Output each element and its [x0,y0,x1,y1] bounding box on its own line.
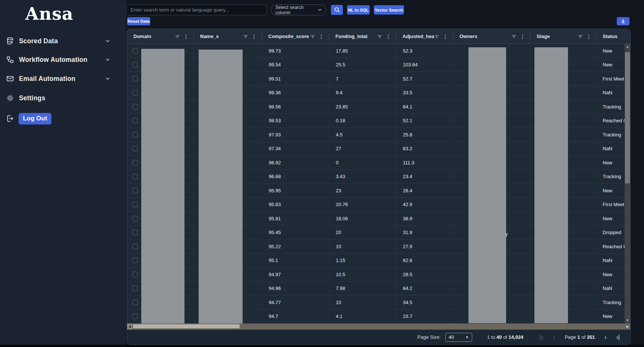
page-size-select[interactable]: 40 ▼ [445,333,472,342]
filter-icon[interactable] [377,34,382,39]
reset-data-button[interactable]: Reset Data [127,17,150,25]
row-checkbox[interactable] [132,118,138,123]
row-checkbox[interactable] [132,146,138,151]
sidebar-item-email-automation[interactable]: Email Automation [0,72,119,85]
filter-icon[interactable] [578,34,583,39]
row-checkbox[interactable] [132,160,138,165]
column-header-owners[interactable]: Owners ⋮ [453,29,530,44]
filter-icon[interactable] [243,34,248,39]
search-column-select[interactable]: Select search column [271,4,326,15]
download-icon [620,18,626,24]
cell-status: New [597,58,625,72]
cell-composite-score: 95.95 [262,184,329,198]
database-icon [6,37,14,45]
column-menu-icon[interactable]: ⋮ [252,34,257,39]
cell-funding-total: 9.4 [329,86,396,100]
column-menu-icon[interactable]: ⋮ [520,34,525,39]
cell-adjusted-headcount: 111.3 [396,156,453,170]
vertical-scrollbar[interactable]: ▲ ▼ [625,44,630,324]
chevron-down-icon [318,9,322,11]
logout-button[interactable]: Log Out [19,113,51,124]
cell-composite-score: 99.51 [262,72,329,86]
cell-composite-score: 95.83 [262,198,329,212]
vector-search-button[interactable]: Vector Search [374,5,404,15]
next-page-button[interactable]: › [604,334,606,340]
cell-composite-score: 95.81 [262,212,329,225]
row-checkbox[interactable] [132,188,138,193]
cell-adjusted-headcount: 33.5 [396,86,453,100]
row-checkbox[interactable] [132,104,138,110]
nl-to-sql-button[interactable]: NL to SQL [347,5,370,15]
row-checkbox[interactable] [132,174,138,179]
scroll-down-arrow-icon[interactable]: ▼ [625,318,630,323]
column-header-stage[interactable]: Stage ⋮ [530,29,597,44]
filter-icon[interactable] [434,34,439,39]
scroll-right-arrow-icon[interactable]: ▶ [625,324,630,329]
previous-page-button[interactable]: ‹ [553,334,555,340]
cell-status: Tracking [597,100,625,114]
row-checkbox[interactable] [132,216,138,221]
cell-adjusted-headcount: 25.8 [396,128,453,142]
column-header-status[interactable]: Status [597,29,625,44]
column-header-adjusted-headcount[interactable]: Adjusted_headco... ⋮ [396,29,453,44]
cell-status: Tracking [597,296,625,309]
row-checkbox[interactable] [132,300,138,305]
cell-composite-score: 96.92 [262,156,329,170]
column-header-name-x[interactable]: Name_x ⋮ [194,29,262,44]
row-checkbox[interactable] [132,244,138,249]
scroll-left-arrow-icon[interactable]: ◀ [127,324,132,329]
cell-status: Dropped [597,226,625,240]
column-menu-icon[interactable]: ⋮ [319,34,324,39]
scroll-up-arrow-icon[interactable]: ▲ [625,45,630,49]
column-menu-icon[interactable]: ⋮ [443,34,448,39]
last-page-button[interactable]: ›| [616,334,620,340]
cell-funding-total: 0 [329,156,396,170]
cell-status: Tracking [597,170,625,184]
filter-icon[interactable] [511,34,517,39]
sidebar-item-scored-data[interactable]: Scored Data [0,34,119,48]
row-checkbox[interactable] [132,76,138,82]
cell-adjusted-headcount: 36.9 [396,212,453,225]
column-header-funding-total[interactable]: Funding_total ⋮ [329,29,396,44]
row-checkbox[interactable] [132,90,138,95]
cell-funding-total: 17.85 [329,44,396,58]
download-button[interactable] [617,17,629,25]
row-checkbox[interactable] [132,286,138,291]
search-input[interactable] [126,4,267,15]
column-header-composite-score[interactable]: Composite_score ⋮ [262,29,329,44]
row-checkbox[interactable] [132,313,138,319]
horizontal-scrollbar-thumb[interactable] [133,324,240,328]
column-menu-icon[interactable]: ⋮ [386,34,391,39]
row-checkbox[interactable] [132,202,138,207]
sidebar-item-settings[interactable]: Settings [0,91,119,105]
sidebar-item-workflow-automation[interactable]: Workflow Automation [0,53,119,66]
gear-icon [6,94,14,102]
cell-status: NaN [597,254,625,268]
cell-status: New [597,268,625,281]
horizontal-scrollbar[interactable]: ◀ ▶ [127,324,630,329]
vertical-scrollbar-thumb[interactable] [625,52,630,183]
cell-status: NaN [597,86,625,100]
row-checkbox[interactable] [132,132,138,138]
filter-icon[interactable] [175,34,180,39]
redacted-block-owners [468,47,506,323]
row-checkbox[interactable] [132,258,138,263]
cell-funding-total: 4.1 [329,310,396,324]
column-menu-icon[interactable]: ⋮ [586,34,591,39]
row-checkbox[interactable] [132,272,138,277]
row-checkbox[interactable] [132,62,138,67]
cell-adjusted-headcount: 26.4 [396,184,453,198]
column-menu-icon[interactable]: ⋮ [183,34,189,39]
cell-status: Reached O [597,114,625,128]
chevron-down-icon [105,58,110,61]
search-button[interactable] [331,5,343,15]
row-checkbox[interactable] [132,48,138,54]
column-header-domain[interactable]: Domain ⋮ [127,29,194,44]
cell-composite-score: 94.96 [262,282,329,296]
cell-funding-total: 18.06 [329,212,396,225]
logout-icon [6,114,14,123]
page-size-label: Page Size: [417,334,441,340]
first-page-button[interactable]: |‹ [540,334,543,340]
filter-icon[interactable] [310,34,315,39]
row-checkbox[interactable] [132,230,138,235]
